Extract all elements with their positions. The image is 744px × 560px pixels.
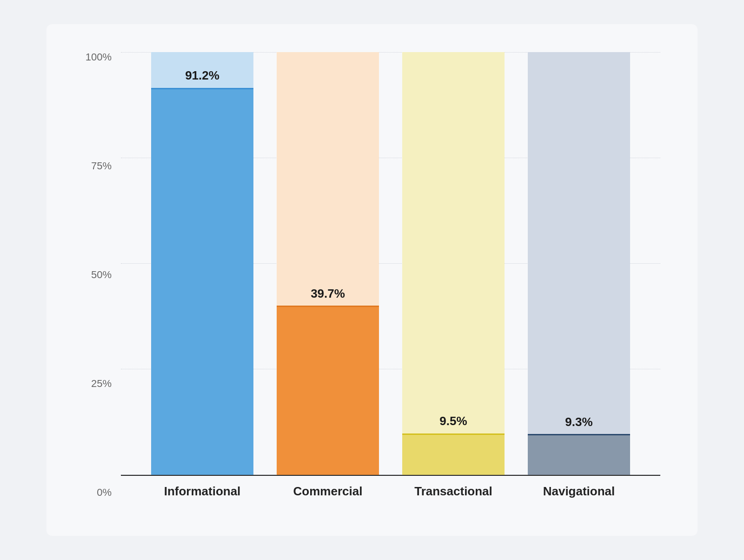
y-axis-label: 75% bbox=[84, 161, 112, 171]
bar-value-label-informational: 91.2% bbox=[151, 68, 253, 83]
bar-wrapper-navigational: 9.3% bbox=[528, 52, 630, 475]
bar-wrapper-transactional: 9.5% bbox=[402, 52, 505, 475]
y-axis-label: 25% bbox=[84, 379, 112, 389]
x-label-navigational: Navigational bbox=[523, 484, 635, 499]
y-axis-label: 100% bbox=[84, 52, 112, 62]
chart-body: 91.2%39.7%9.5%9.3% InformationalCommerci… bbox=[121, 52, 660, 499]
bar-divider-navigational bbox=[528, 434, 630, 435]
y-axis: 100%75%50%25%0% bbox=[84, 52, 112, 499]
x-label-transactional: Transactional bbox=[398, 484, 509, 499]
y-axis-label: 0% bbox=[84, 487, 112, 498]
x-label-informational: Informational bbox=[146, 484, 258, 499]
bar-group-transactional: 9.5% bbox=[398, 52, 509, 475]
x-label-commercial: Commercial bbox=[272, 484, 384, 499]
y-axis-label: 50% bbox=[84, 270, 112, 280]
bar-group-commercial: 39.7% bbox=[272, 52, 384, 475]
bar-fill-informational bbox=[151, 89, 253, 475]
bar-divider-commercial bbox=[277, 306, 379, 307]
bar-wrapper-commercial: 39.7% bbox=[277, 52, 379, 475]
bar-wrapper-informational: 91.2% bbox=[151, 52, 253, 475]
bar-value-label-navigational: 9.3% bbox=[528, 415, 630, 429]
bar-divider-informational bbox=[151, 88, 253, 89]
bar-group-navigational: 9.3% bbox=[523, 52, 635, 475]
bar-fill-navigational bbox=[528, 435, 630, 475]
bars-row: 91.2%39.7%9.5%9.3% bbox=[121, 52, 660, 475]
bar-value-label-commercial: 39.7% bbox=[277, 287, 379, 301]
bar-fill-transactional bbox=[402, 435, 505, 475]
bar-bg-navigational bbox=[528, 52, 630, 475]
bar-divider-transactional bbox=[402, 433, 505, 435]
chart-area: 100%75%50%25%0% 91.2%39.7%9.5%9.3% Infor… bbox=[84, 52, 660, 499]
chart-container: 100%75%50%25%0% 91.2%39.7%9.5%9.3% Infor… bbox=[46, 24, 698, 536]
bars-and-grid: 91.2%39.7%9.5%9.3% bbox=[121, 52, 660, 475]
bar-bg-transactional bbox=[402, 52, 505, 475]
bar-fill-commercial bbox=[277, 307, 379, 475]
x-axis: InformationalCommercialTransactionalNavi… bbox=[121, 476, 660, 499]
bar-value-label-transactional: 9.5% bbox=[402, 414, 505, 428]
bar-group-informational: 91.2% bbox=[146, 52, 258, 475]
